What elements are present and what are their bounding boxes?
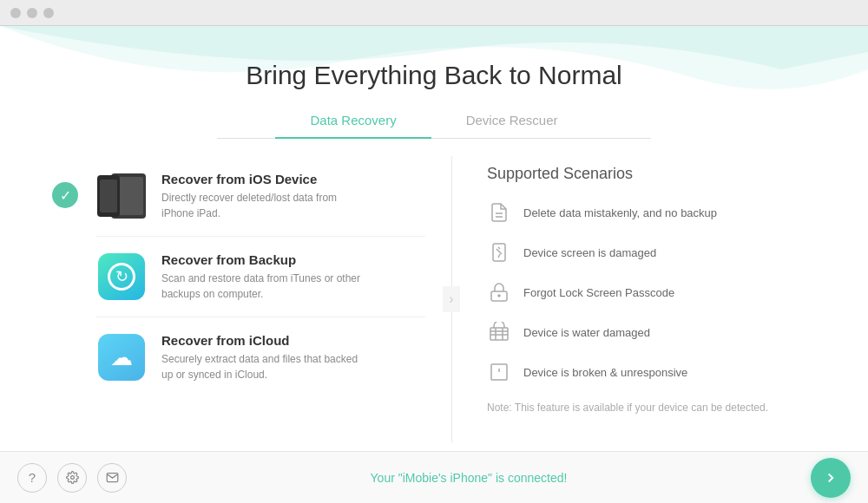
recovery-item-backup[interactable]: ↻ Recover from Backup Scan and restore d… xyxy=(95,237,425,317)
main-content: Bring Everything Back to Normal Data Rec… xyxy=(0,26,868,451)
chevron-right-icon: › xyxy=(443,286,460,312)
scenario-water-text: Device is water damaged xyxy=(523,326,650,339)
icloud-recovery-text: Recover from iCloud Securely extract dat… xyxy=(161,333,370,382)
selected-indicator: ✓ xyxy=(52,182,78,208)
header: Bring Everything Back to Normal Data Rec… xyxy=(0,26,868,139)
svg-line-6 xyxy=(498,254,500,258)
scenario-screen-text: Device screen is damaged xyxy=(523,246,656,259)
next-button[interactable] xyxy=(811,458,851,498)
footer: ? Your "iMobie's iPhone" is connected! xyxy=(0,451,868,503)
scenario-broken: Device is broken & unresponsive xyxy=(487,360,833,384)
tab-data-recovery[interactable]: Data Recovery xyxy=(275,106,431,138)
mail-button[interactable] xyxy=(97,463,127,493)
scenario-delete-text: Delete data mistakenly, and no backup xyxy=(523,206,717,219)
scenarios-title: Supported Scenarios xyxy=(487,165,833,183)
title-bar xyxy=(0,0,868,26)
maximize-button[interactable] xyxy=(43,8,54,18)
svg-point-17 xyxy=(70,476,74,480)
panel-divider: › xyxy=(451,156,452,442)
ios-recovery-text: Recover from iOS Device Directly recover… xyxy=(161,172,370,221)
close-button[interactable] xyxy=(10,8,21,18)
icloud-icon: ☁ xyxy=(95,331,148,383)
left-panel: ✓ xyxy=(0,147,451,451)
tab-device-rescuer[interactable]: Device Rescuer xyxy=(431,106,593,138)
broken-screen-icon xyxy=(487,240,511,265)
scenario-screen: Device screen is damaged xyxy=(487,240,833,265)
scenario-broken-text: Device is broken & unresponsive xyxy=(523,366,687,379)
water-damage-icon xyxy=(487,320,511,344)
ios-device-icon xyxy=(95,170,148,222)
svg-line-4 xyxy=(496,249,502,254)
tab-bar: Data Recovery Device Rescuer xyxy=(217,106,651,139)
minimize-button[interactable] xyxy=(27,8,37,18)
alert-icon xyxy=(487,360,511,384)
scenario-delete: Delete data mistakenly, and no backup xyxy=(487,200,833,225)
backup-icon: ↻ xyxy=(95,251,148,303)
settings-button[interactable] xyxy=(57,463,87,493)
help-button[interactable]: ? xyxy=(17,463,47,493)
recovery-list: Recover from iOS Device Directly recover… xyxy=(95,156,425,397)
scenario-passcode: Forgot Lock Screen Passcode xyxy=(487,280,833,304)
scenarios-note: Note: This feature is available if your … xyxy=(487,400,833,415)
scenario-passcode-text: Forgot Lock Screen Passcode xyxy=(523,286,674,299)
lock-icon xyxy=(487,280,511,304)
recovery-item-ios[interactable]: Recover from iOS Device Directly recover… xyxy=(95,156,425,237)
scenario-water: Device is water damaged xyxy=(487,320,833,344)
svg-point-8 xyxy=(498,295,500,297)
recovery-item-icloud[interactable]: ☁ Recover from iCloud Securely extract d… xyxy=(95,317,425,397)
page-title: Bring Everything Back to Normal xyxy=(0,61,868,90)
right-panel: Supported Scenarios Delete data mistaken… xyxy=(452,147,868,451)
file-icon xyxy=(487,200,511,225)
backup-recovery-text: Recover from Backup Scan and restore dat… xyxy=(161,252,370,302)
connection-status: Your "iMobie's iPhone" is connected! xyxy=(371,471,568,485)
footer-left-buttons: ? xyxy=(17,463,127,493)
body-split: ✓ xyxy=(0,147,868,451)
check-column: ✓ xyxy=(52,156,78,208)
svg-rect-9 xyxy=(490,328,508,340)
svg-line-5 xyxy=(498,247,500,249)
